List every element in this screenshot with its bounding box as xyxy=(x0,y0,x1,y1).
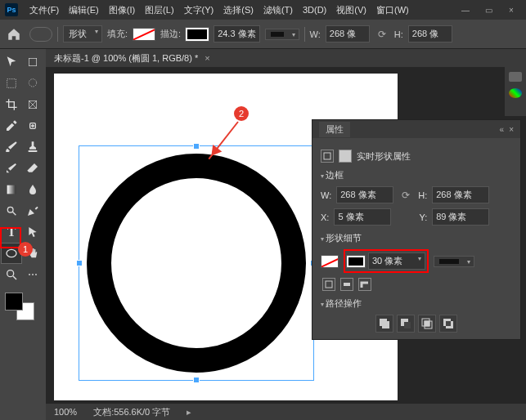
handle-top[interactable] xyxy=(193,143,200,150)
svg-rect-5 xyxy=(7,185,16,194)
svg-point-8 xyxy=(7,270,14,277)
panel-collapse-icon[interactable]: « xyxy=(500,125,505,134)
height-field[interactable]: 268 像 xyxy=(408,25,452,42)
stroke-swatch[interactable] xyxy=(186,28,209,41)
stroke-width-field[interactable]: 30 像素 xyxy=(368,252,425,270)
toolbox: T ⋯ 1 xyxy=(0,49,46,420)
stroke-style-dropdown[interactable] xyxy=(265,29,299,40)
path-select-tool[interactable] xyxy=(23,222,43,242)
right-dock[interactable] xyxy=(505,67,526,116)
zoom-level[interactable]: 100% xyxy=(54,407,77,417)
foreground-color[interactable] xyxy=(5,293,23,311)
link-wh-icon[interactable]: ⟳ xyxy=(398,190,413,201)
annotation-badge-2: 2 xyxy=(234,106,249,121)
section-shape-detail[interactable]: 形状细节 xyxy=(321,232,512,244)
svg-rect-1 xyxy=(7,79,16,88)
mask-icon xyxy=(339,150,352,163)
zoom-tool[interactable] xyxy=(2,265,21,284)
svg-rect-14 xyxy=(404,322,411,328)
history-brush-tool[interactable] xyxy=(2,159,21,178)
properties-panel[interactable]: 属性 « × 实时形状属性 边框 W: 268 像素 ⟳ H: 268 像素 xyxy=(312,119,521,340)
blur-tool[interactable] xyxy=(23,180,43,199)
annotation-badge-1: 1 xyxy=(18,242,33,257)
frame-tool[interactable] xyxy=(23,95,43,114)
document-title: 未标题-1 @ 100% (椭圆 1, RGB/8) * xyxy=(54,52,198,65)
pen-tool[interactable] xyxy=(23,201,43,221)
height-field[interactable]: 268 像素 xyxy=(432,186,489,203)
shape-icon xyxy=(321,150,334,163)
panel-tab-properties[interactable]: 属性 xyxy=(319,122,350,137)
section-path-ops[interactable]: 路径操作 xyxy=(321,297,512,310)
path-combine[interactable] xyxy=(375,315,393,333)
document-tab[interactable]: 未标题-1 @ 100% (椭圆 1, RGB/8) * × xyxy=(46,49,526,67)
fill-swatch[interactable] xyxy=(321,255,339,268)
maximize-button[interactable]: ▭ xyxy=(479,3,498,16)
menu-layer[interactable]: 图层(L) xyxy=(140,4,178,16)
svg-point-7 xyxy=(7,249,16,257)
crop-tool[interactable] xyxy=(2,95,21,114)
menu-select[interactable]: 选择(S) xyxy=(218,4,259,16)
menu-filter[interactable]: 滤镜(T) xyxy=(259,4,298,16)
eraser-tool[interactable] xyxy=(23,159,43,178)
svg-rect-20 xyxy=(446,321,451,326)
dock-icon[interactable] xyxy=(509,88,522,98)
brush-tool[interactable] xyxy=(2,137,21,157)
stroke-width-field[interactable]: 24.3 像素 xyxy=(214,25,259,42)
chevron-right-icon[interactable]: ▸ xyxy=(187,407,191,418)
w-label: W: xyxy=(321,190,331,200)
stroke-swatch[interactable] xyxy=(347,256,365,267)
width-field[interactable]: 268 像 xyxy=(326,25,370,42)
minimize-button[interactable]: — xyxy=(456,3,475,16)
stroke-align-icon[interactable] xyxy=(322,278,335,291)
menu-view[interactable]: 视图(V) xyxy=(331,4,371,16)
dodge-tool[interactable] xyxy=(2,201,21,221)
y-field[interactable]: 89 像素 xyxy=(432,208,489,226)
cap-type-icon[interactable] xyxy=(340,278,353,291)
menu-type[interactable]: 文字(Y) xyxy=(179,4,219,16)
path-intersect[interactable] xyxy=(418,315,436,333)
link-wh-icon[interactable]: ⟳ xyxy=(375,29,389,40)
status-bar: 100% 文档:556.6K/0 字节 ▸ xyxy=(46,404,526,420)
handle-left[interactable] xyxy=(76,260,83,266)
tool-preset-ellipse[interactable] xyxy=(29,27,52,42)
divider xyxy=(57,27,58,42)
panel-close-icon[interactable]: × xyxy=(509,125,514,134)
marquee-tool[interactable] xyxy=(2,74,21,93)
stamp-tool[interactable] xyxy=(23,137,43,157)
path-subtract[interactable] xyxy=(397,315,415,333)
gradient-tool[interactable] xyxy=(2,180,21,199)
close-button[interactable]: × xyxy=(501,3,521,16)
fill-swatch[interactable] xyxy=(133,28,155,41)
menu-file[interactable]: 文件(F) xyxy=(25,4,64,16)
heal-tool[interactable] xyxy=(23,116,43,136)
edit-toolbar[interactable]: ⋯ xyxy=(23,265,43,284)
svg-point-6 xyxy=(7,207,13,212)
section-bounds[interactable]: 边框 xyxy=(321,169,512,181)
handle-bottom[interactable] xyxy=(193,377,200,383)
lasso-tool[interactable] xyxy=(23,74,43,93)
path-exclude[interactable] xyxy=(439,315,457,333)
dock-icon[interactable] xyxy=(509,72,522,82)
menu-edit[interactable]: 编辑(E) xyxy=(64,4,104,16)
svg-rect-10 xyxy=(326,281,332,288)
width-field[interactable]: 268 像素 xyxy=(336,186,393,203)
h-label: H: xyxy=(418,190,427,200)
menu-image[interactable]: 图像(I) xyxy=(104,4,140,16)
color-wells[interactable] xyxy=(2,291,41,324)
shape-mode-dropdown[interactable]: 形状 xyxy=(63,25,102,42)
type-tool[interactable]: T xyxy=(2,222,21,242)
app-logo: Ps xyxy=(5,3,18,16)
menu-3d[interactable]: 3D(D) xyxy=(298,5,331,15)
fill-label: 填充: xyxy=(107,28,128,40)
menu-window[interactable]: 窗口(W) xyxy=(371,4,414,16)
join-type-icon[interactable] xyxy=(358,278,371,291)
move-tool[interactable] xyxy=(2,52,21,72)
tab-close-icon[interactable]: × xyxy=(205,53,209,63)
artboard-tool[interactable] xyxy=(23,52,43,72)
selection-bounding-box[interactable] xyxy=(79,145,314,381)
eyedropper-tool[interactable] xyxy=(2,116,21,136)
svg-rect-9 xyxy=(324,153,330,159)
stroke-style-dropdown[interactable] xyxy=(434,256,474,267)
x-field[interactable]: 5 像素 xyxy=(334,208,391,226)
home-icon[interactable] xyxy=(7,27,21,42)
